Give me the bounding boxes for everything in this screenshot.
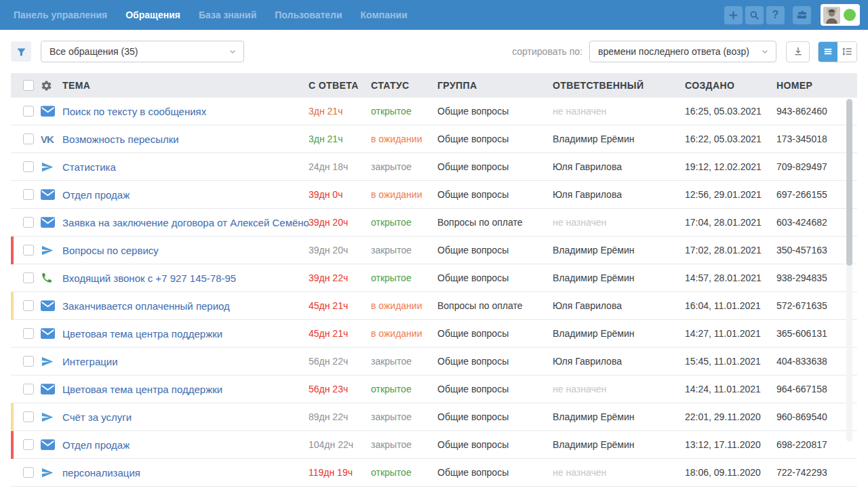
add-ticket-button[interactable] [724, 6, 743, 24]
chevron-down-icon [229, 47, 237, 56]
search-button[interactable] [745, 6, 764, 24]
help-button[interactable]: ? [766, 6, 785, 24]
row-checkbox[interactable] [23, 384, 34, 394]
time-since-answer: 45дн 21ч [309, 300, 371, 311]
compact-view-toggle[interactable] [837, 42, 856, 62]
row-checkbox[interactable] [23, 328, 34, 339]
ticket-subject-link[interactable]: Заканчивается оплаченный период [62, 300, 230, 312]
ticket-group: Общие вопросы [437, 272, 553, 283]
top-navigation-bar: Панель управления Обращения База знаний … [0, 0, 868, 30]
nav-item-tickets[interactable]: Обращения [125, 9, 180, 20]
row-checkbox[interactable] [23, 411, 34, 422]
row-checkbox[interactable] [23, 356, 34, 367]
ticket-subject-link[interactable]: Статистика [62, 161, 116, 173]
table-row[interactable]: Входящий звонок с +7 927 145-78-95 39дн … [11, 264, 857, 292]
table-row[interactable]: Отдел продаж 39дн 0ч в ожидании Общие во… [11, 181, 857, 209]
time-since-answer: 39дн 0ч [309, 189, 371, 200]
sort-select[interactable]: времени последнего ответа (возр) [589, 41, 776, 62]
ticket-subject-link[interactable]: Интеграции [62, 356, 118, 367]
table-row[interactable]: Вопросы по сервису 39дн 20ч закрытое Общ… [11, 237, 857, 264]
column-header-since-answer[interactable]: С ОТВЕТА [309, 80, 371, 91]
select-all-checkbox[interactable] [23, 80, 34, 91]
column-header-assignee[interactable]: ОТВЕТСТВЕННЫЙ [553, 80, 685, 91]
ticket-number: 173-345018 [776, 134, 857, 144]
table-row[interactable]: Цветовая тема центра поддержки 56дн 23ч … [11, 375, 857, 403]
table-row[interactable]: Заявка на заключение договора от Алексей… [11, 209, 857, 237]
export-button[interactable] [786, 41, 810, 62]
ticket-created: 16:04, 11.01.2021 [685, 300, 776, 311]
nav-item-users[interactable]: Пользователи [275, 9, 342, 20]
ticket-status: открытое [371, 467, 437, 478]
column-header-group[interactable]: ГРУППА [437, 80, 553, 91]
row-checkbox[interactable] [23, 300, 34, 311]
phone-channel-icon [41, 272, 53, 284]
table-row[interactable]: персонализация 119дн 19ч открытое Общие … [11, 459, 857, 487]
ticket-subject-link[interactable]: Входящий звонок с +7 927 145-78-95 [62, 272, 236, 284]
table-row[interactable]: Счёт за услуги 89дн 22ч закрытое Общие в… [11, 403, 857, 431]
filter-button[interactable] [11, 41, 31, 62]
ticket-created: 22:01, 29.11.2020 [685, 411, 776, 422]
nav-item-knowledge-base[interactable]: База знаний [199, 9, 256, 20]
ticket-assignee: Владимир Ерёмин [553, 328, 685, 339]
priority-strip [11, 125, 14, 153]
ticket-group: Общие вопросы [437, 411, 553, 422]
table-row[interactable]: Отдел продаж 104дн 22ч закрытое Общие во… [11, 431, 857, 459]
ticket-subject-link[interactable]: Заявка на заключение договора от Алексей… [62, 217, 309, 228]
nav-item-companies[interactable]: Компании [361, 9, 408, 20]
column-header-number[interactable]: НОМЕР [776, 80, 857, 91]
row-checkbox[interactable] [23, 272, 34, 283]
scrollbar[interactable] [846, 99, 852, 442]
ticket-subject-link[interactable]: Вопросы по сервису [62, 245, 159, 256]
sort-select-value: времени последнего ответа (возр) [598, 46, 749, 57]
briefcase-icon [797, 9, 808, 20]
row-checkbox[interactable] [23, 439, 34, 450]
row-checkbox[interactable] [23, 161, 34, 172]
ticket-subject-link[interactable]: Отдел продаж [62, 189, 130, 201]
filter-select[interactable]: Все обращения (35) [41, 41, 244, 62]
time-since-answer: 39дн 22ч [309, 272, 371, 283]
ticket-subject-link[interactable]: Отдел продаж [62, 439, 130, 451]
row-checkbox[interactable] [23, 245, 34, 256]
workspace-button[interactable] [793, 6, 811, 24]
ticket-subject-link[interactable]: Цветовая тема центра поддержки [62, 384, 222, 395]
time-since-answer: 56дн 23ч [309, 384, 371, 394]
table-row[interactable]: Заканчивается оплаченный период 45дн 21ч… [11, 292, 857, 320]
nav-item-dashboard[interactable]: Панель управления [14, 9, 107, 20]
table-row[interactable]: Поиск по тексту в сообщениях 3дн 21ч отк… [11, 98, 857, 125]
ticket-subject-link[interactable]: Счёт за услуги [62, 411, 132, 423]
priority-strip [11, 237, 14, 264]
row-checkbox[interactable] [23, 134, 34, 144]
column-header-subject[interactable]: ТЕМА [62, 80, 309, 91]
ticket-number: 603-424682 [776, 217, 857, 228]
ticket-subject-link[interactable]: Цветовая тема центра поддержки [62, 328, 222, 340]
time-since-answer: 39дн 20ч [309, 245, 371, 256]
ticket-subject-link[interactable]: Возможность пересылки [62, 134, 179, 145]
ticket-created: 18:06, 09.11.2020 [685, 467, 776, 478]
ticket-group: Вопросы по оплате [437, 217, 553, 228]
table-row[interactable]: VK Возможность пересылки 3дн 21ч в ожида… [11, 125, 857, 153]
priority-strip [11, 264, 14, 292]
table-row[interactable]: Интеграции 56дн 22ч закрытое Общие вопро… [11, 348, 857, 375]
row-checkbox[interactable] [23, 106, 34, 117]
scrollbar-thumb[interactable] [846, 99, 852, 266]
user-menu[interactable] [821, 4, 860, 26]
time-since-answer: 24дн 18ч [309, 161, 371, 172]
priority-strip [11, 403, 14, 431]
table-row[interactable]: Статистика 24дн 18ч закрытое Общие вопро… [11, 153, 857, 181]
row-checkbox[interactable] [23, 217, 34, 228]
column-header-created[interactable]: СОЗДАНО [685, 80, 776, 91]
table-row[interactable]: Цветовая тема центра поддержки 45дн 21ч … [11, 320, 857, 348]
column-header-status[interactable]: СТАТУС [371, 80, 437, 91]
list-view-toggle[interactable] [818, 42, 837, 62]
row-checkbox[interactable] [23, 467, 34, 478]
row-checkbox[interactable] [23, 189, 34, 200]
column-settings-gear-icon[interactable] [41, 80, 52, 92]
ticket-created: 13:12, 17.11.2020 [685, 439, 776, 450]
ticket-subject-link[interactable]: Поиск по тексту в сообщениях [62, 106, 206, 117]
ticket-created: 16:25, 05.03.2021 [685, 106, 776, 117]
ticket-subject-link[interactable]: персонализация [62, 467, 140, 479]
ticket-number: 960-869540 [776, 411, 857, 422]
time-since-answer: 89дн 22ч [309, 411, 371, 422]
priority-strip [11, 292, 14, 320]
ticket-group: Общие вопросы [437, 384, 553, 394]
